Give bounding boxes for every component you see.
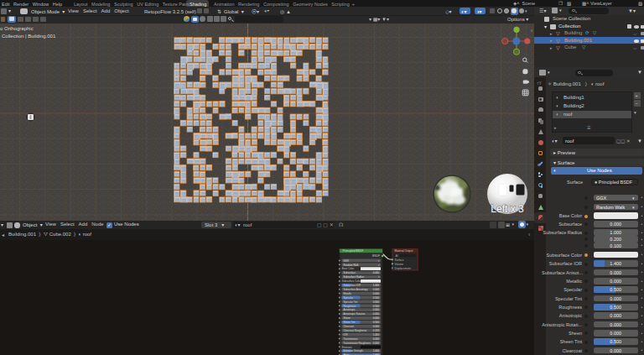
- svg-text:0.000: 0.000: [373, 325, 380, 328]
- svg-text:0.000: 0.000: [373, 341, 380, 344]
- svg-text:0.193: 0.193: [373, 328, 380, 332]
- svg-text:‹: ‹: [531, 28, 533, 34]
- svg-text:Transmission Roughness: Transmission Roughness: [344, 341, 371, 344]
- svg-text:Transmission: Transmission: [344, 337, 358, 340]
- svg-text:Anisotropic: Anisotropic: [344, 308, 356, 311]
- svg-text:BSDF: BSDF: [372, 254, 380, 258]
- svg-text:Roughness: Roughness: [344, 304, 356, 307]
- svg-text:0.000: 0.000: [373, 291, 380, 295]
- svg-text:Metallic: Metallic: [344, 291, 352, 295]
- svg-text:1.450: 1.450: [373, 332, 380, 336]
- svg-text:All: All: [396, 253, 399, 257]
- svg-text:Clearcoat: Clearcoat: [344, 325, 355, 328]
- svg-text:0.000: 0.000: [373, 271, 380, 274]
- svg-text:Specular: Specular: [344, 295, 353, 299]
- svg-text:0.000: 0.000: [373, 287, 380, 290]
- svg-text:Displacement: Displacement: [395, 266, 411, 269]
- svg-text:Sheen Tint: Sheen Tint: [344, 321, 356, 324]
- svg-text:Surface: Surface: [395, 258, 404, 261]
- svg-text:Subsurface: Subsurface: [344, 271, 356, 274]
- svg-text:0.000: 0.000: [373, 308, 380, 311]
- svg-text:0.000: 0.000: [373, 316, 380, 320]
- svg-text:Subsurface Anisotropy: Subsurface Anisotropy: [344, 287, 368, 290]
- svg-text:1.000: 1.000: [373, 349, 380, 352]
- svg-text:0.500: 0.500: [373, 304, 380, 307]
- svg-text:Volume: Volume: [395, 262, 404, 265]
- svg-text:Emission Strength: Emission Strength: [344, 349, 364, 352]
- svg-text:0.500: 0.500: [373, 295, 380, 299]
- svg-text:0.000: 0.000: [373, 337, 380, 340]
- svg-text:Subsurface Color: Subsurface Color: [342, 279, 361, 283]
- svg-text:Sheen: Sheen: [344, 316, 351, 320]
- svg-text:1.400: 1.400: [373, 284, 380, 287]
- svg-text:Emission: Emission: [342, 345, 352, 348]
- svg-text:0.000: 0.000: [373, 300, 380, 303]
- svg-text:0.000: 0.000: [373, 312, 380, 316]
- svg-text:Clearcoat Roughness: Clearcoat Roughness: [344, 328, 367, 332]
- svg-text:Left x 3: Left x 3: [491, 203, 524, 215]
- svg-text:IOR: IOR: [344, 332, 348, 336]
- svg-text:Principled BSDF: Principled BSDF: [343, 249, 364, 253]
- svg-text:Subsurface Radius: Subsurface Radius: [344, 275, 365, 279]
- svg-text:Subsurface IOR: Subsurface IOR: [344, 284, 361, 287]
- svg-text:Base Color: Base Color: [342, 267, 354, 270]
- svg-text:Specular Tint: Specular Tint: [344, 300, 358, 303]
- svg-text:Material Output: Material Output: [395, 248, 413, 252]
- svg-text:GGX: GGX: [344, 258, 349, 262]
- svg-text:0.500: 0.500: [373, 321, 380, 324]
- svg-text:Anisotropic Rotation: Anisotropic Rotation: [344, 312, 366, 316]
- svg-text:Random Walk: Random Walk: [344, 263, 360, 266]
